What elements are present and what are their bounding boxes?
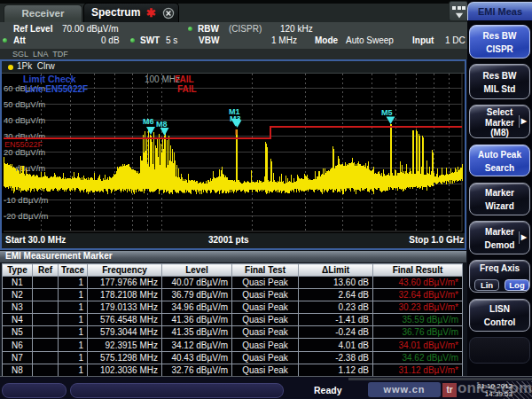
- svg-text:M8: M8: [156, 120, 168, 129]
- svg-text:40 dBµV/m: 40 dBµV/m: [4, 115, 45, 125]
- svg-text:EN55022F: EN55022F: [4, 140, 43, 149]
- svg-text:Limit Check: Limit Check: [23, 74, 76, 84]
- svg-text:M6: M6: [143, 117, 154, 126]
- svg-text:FAIL: FAIL: [177, 84, 197, 94]
- svg-text:-10 dBµV/m: -10 dBµV/m: [4, 195, 48, 205]
- svg-text:Line EN55022F: Line EN55022F: [25, 84, 88, 94]
- svg-text:FAIL: FAIL: [175, 74, 194, 84]
- svg-text:M5: M5: [381, 108, 393, 117]
- svg-text:-20 dBµV/m: -20 dBµV/m: [4, 211, 48, 221]
- svg-text:50 dBµV/m: 50 dBµV/m: [4, 99, 45, 109]
